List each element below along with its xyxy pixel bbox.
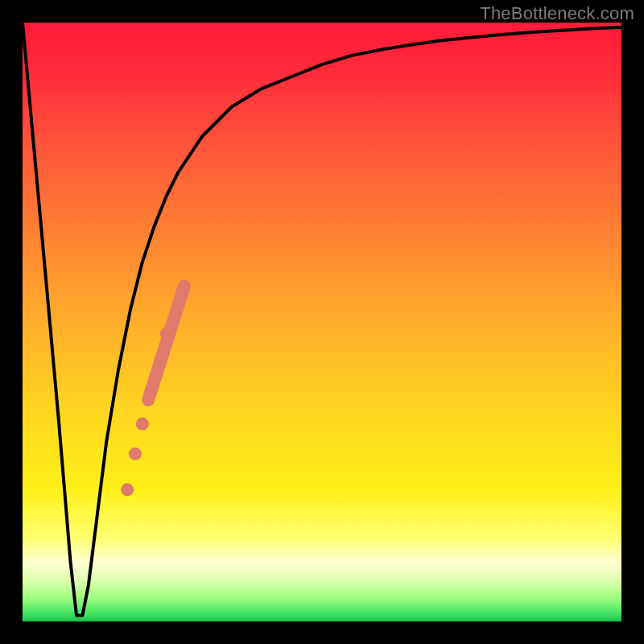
marker-dot <box>129 448 142 460</box>
watermark-text: TheBottleneck.com <box>480 3 634 24</box>
bottleneck-curve <box>23 23 621 616</box>
chart-plot-area <box>23 23 621 621</box>
chart-frame: TheBottleneck.com <box>0 0 644 644</box>
marker-dot <box>121 483 134 496</box>
chart-svg <box>23 23 621 621</box>
marker-thick-segment <box>148 286 184 399</box>
marker-dot <box>136 418 149 431</box>
